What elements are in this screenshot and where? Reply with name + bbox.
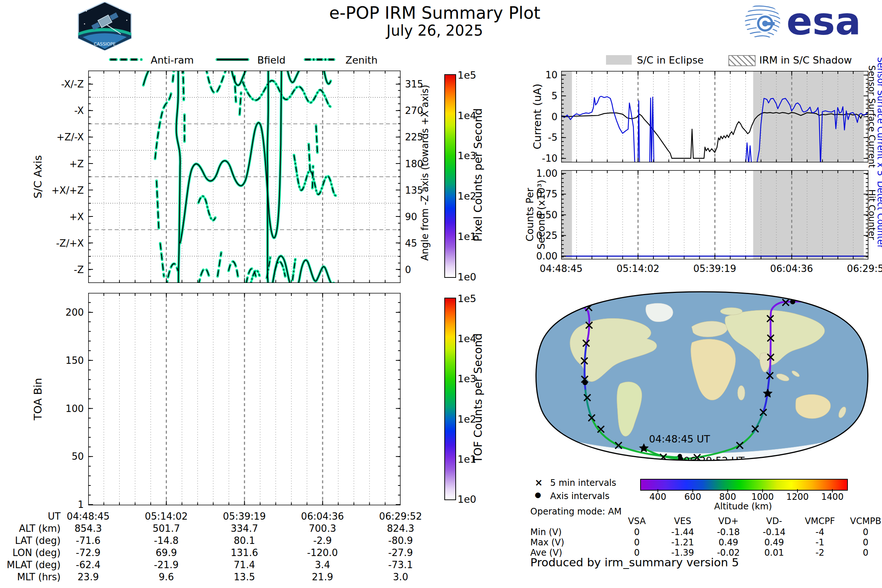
sc-axis-ytick: +Z <box>69 158 84 170</box>
alt-cb-tick: 400 <box>650 492 666 502</box>
tof-colorbar-label: TOF Counts per Second <box>471 333 484 463</box>
tof-cb-tick: 1e5 <box>458 293 476 304</box>
counts-ytick: 0.00 <box>536 250 558 262</box>
sc-axis-ytick: -X <box>74 105 84 116</box>
toa-ytick: 150 <box>65 355 84 366</box>
ephemeris-cell: -71.6 <box>76 535 100 546</box>
pixel-cb-tick: 1e4 <box>458 110 476 121</box>
x-marker-label: 5 min intervals <box>550 478 616 488</box>
alt-cb-tick: 1400 <box>821 492 843 502</box>
angle-ytick: 45 <box>405 238 417 249</box>
ephemeris-cell: -80.9 <box>388 535 413 546</box>
voltage-cell: -0.14 <box>763 527 785 537</box>
ephemeris-cell: -27.9 <box>388 547 413 558</box>
ephemeris-cell: 700.3 <box>309 523 336 534</box>
pixel-colorbar-label: Pixel Counts per Second <box>471 108 484 242</box>
pixel-cb-tick: 1e2 <box>458 190 476 202</box>
voltage-cell: -2 <box>816 548 824 558</box>
voltage-cell: 0 <box>634 537 639 548</box>
sc-axis-ylabel: S/C Axis <box>32 155 44 198</box>
esa-globe-icon <box>744 4 781 39</box>
toa-ytick: 200 <box>65 307 84 318</box>
pixel-cb-tick: 1e1 <box>458 230 476 242</box>
current-ytick: 10 <box>545 69 558 81</box>
voltage-col-header: VD+ <box>718 516 738 526</box>
altitude-colorbar <box>640 479 848 490</box>
voltage-cell: 0 <box>863 537 868 548</box>
angle-ytick: 225 <box>405 132 423 142</box>
ephemeris-cell: -72.9 <box>76 547 100 558</box>
voltage-col-header: VD- <box>766 516 782 526</box>
toa-panel <box>88 293 400 506</box>
time-tick-right: 06:04:36 <box>770 263 813 274</box>
ephemeris-row-label: LAT (deg) <box>15 535 61 546</box>
ground-track-map: 04:48:45 UT 06:29:52 UT <box>525 291 878 461</box>
alt-cb-tick: 1200 <box>786 492 808 502</box>
shadow-label: IRM in S/C Shadow <box>759 54 852 66</box>
voltage-cell: -1.39 <box>671 548 694 558</box>
toa-ytick: 50 <box>72 451 84 462</box>
ephemeris-row-label: MLT (hrs) <box>17 572 61 582</box>
current-ylabel: Current (uA) <box>531 84 543 150</box>
time-tick-right: 06:29:52 <box>847 263 882 274</box>
ephemeris-row-label: ALT (km) <box>19 523 61 534</box>
current-ytick: -5 <box>548 132 558 143</box>
ut-label: UT <box>48 511 61 522</box>
ephemeris-cell: 3.4 <box>315 560 330 570</box>
sc-axis-ytick: -X/-Z <box>61 79 84 90</box>
pixel-cb-tick: 1e3 <box>458 150 476 161</box>
voltage-cell: 0 <box>863 548 868 558</box>
sensor-current-label: Sensor Surface Current <box>867 65 877 168</box>
counts-ytick: 1.00 <box>536 168 558 179</box>
ephemeris-cell: 23.9 <box>78 572 99 582</box>
counts-panel <box>561 170 868 260</box>
voltage-col-header: VES <box>674 516 691 526</box>
toa-ytick: 1 <box>78 499 84 510</box>
time-tick-right: 04:48:45 <box>540 263 583 274</box>
angle-ytick: 90 <box>405 212 417 222</box>
ephemeris-cell: -21.9 <box>154 560 178 570</box>
esa-wordmark: esa <box>786 3 861 40</box>
alt-cb-tickmark <box>692 489 693 492</box>
counts-ytick: 0.50 <box>536 210 558 220</box>
sc-axis-ytick: +X <box>69 212 84 222</box>
counts-ylabel-1: Counts Per <box>524 188 536 242</box>
toa-ytick: 100 <box>65 403 84 414</box>
time-tick-left: 05:39:19 <box>223 511 266 522</box>
legend-bfield: Bfield <box>257 54 285 66</box>
pointing-legend-lines <box>106 51 345 68</box>
ephemeris-cell: -120.0 <box>307 547 338 558</box>
alt-cb-tick: 600 <box>684 492 701 502</box>
ephemeris-row-label: LON (deg) <box>12 547 61 558</box>
angle-ytick: 135 <box>405 185 423 196</box>
ephemeris-cell: -62.4 <box>76 560 100 570</box>
eclipse-label: S/C in Eclipse <box>637 54 704 66</box>
counts-ytick: 0.25 <box>536 230 558 241</box>
voltage-cell: 0.49 <box>718 537 738 548</box>
altitude-colorbar-label: Altitude (km) <box>714 501 772 512</box>
alt-cb-tickmark <box>762 489 763 492</box>
alt-cb-tickmark <box>727 489 728 492</box>
current-panel <box>561 71 868 162</box>
ephemeris-cell: -2.9 <box>313 535 332 546</box>
voltage-cell: 0 <box>863 527 868 537</box>
ephemeris-row-label: MLAT (deg) <box>7 560 61 570</box>
tof-cb-tick: 1e2 <box>458 413 476 424</box>
current-ytick: -10 <box>542 153 558 164</box>
voltage-cell: -0.02 <box>717 548 740 558</box>
voltage-col-header: VSA <box>628 516 646 526</box>
sc-axis-ytick: -Z/+X <box>56 238 84 249</box>
shadow-swatch <box>728 55 756 66</box>
toa-ylabel: TOA Bin <box>32 378 44 420</box>
voltage-row-max: Max (V) <box>530 537 564 548</box>
sc-axis-ytick: -Z <box>74 264 84 275</box>
tof-colorbar <box>444 298 456 500</box>
ephemeris-cell: 3.0 <box>393 572 408 582</box>
siberia-coast <box>720 308 742 315</box>
cassiope-label: CASSIOPE <box>94 42 116 46</box>
ephemeris-cell: 334.7 <box>231 523 258 534</box>
alt-cb-tickmark <box>657 489 658 492</box>
sc-axis-panel <box>88 70 400 283</box>
angle-ytick: 270 <box>405 105 423 116</box>
pointing-curves <box>143 70 337 283</box>
